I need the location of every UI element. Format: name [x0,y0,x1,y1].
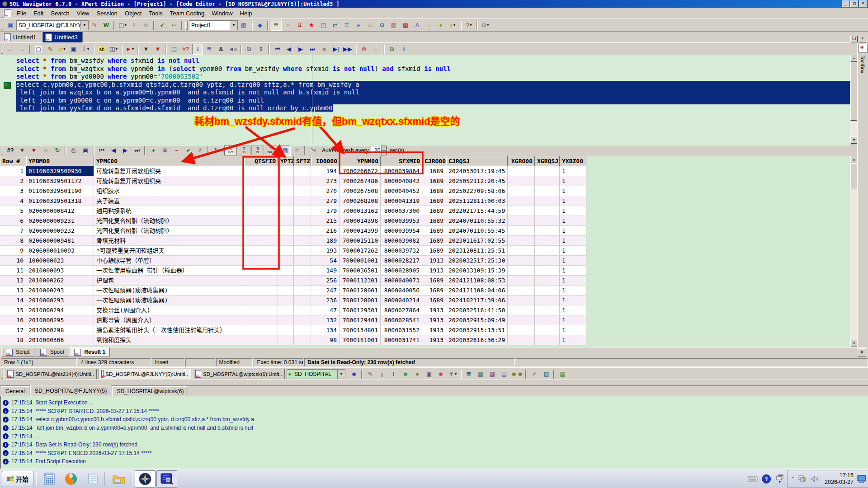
rec-last-icon[interactable]: ▶| [330,44,341,55]
cell-ypmc00[interactable]: 胰岛素注射笔用针头（一次性使用注射笔用针头） [94,325,244,335]
doc-table-icon[interactable]: ▤ [499,369,509,380]
column-header-yxbz00[interactable]: YXBZ00 [560,156,586,166]
cell-cjrqsj[interactable]: 2024070110:55:32 [446,216,508,226]
fetch-grid-icon[interactable]: ⇓ [192,44,203,55]
column-header-sftz[interactable]: SFTZ [294,156,311,166]
cell-row[interactable]: 3 [0,186,26,196]
column-header-xgro00[interactable]: XGRO00 [508,156,535,166]
sql-editor[interactable]: select * from bm_wzsfdy where sfxmid is … [0,55,850,146]
edit-doc-icon[interactable]: ✎ [45,44,56,55]
column-header-cjro00[interactable]: CJRO00 [422,156,446,166]
cell-ypbm00[interactable]: 011060329501190 [26,186,94,196]
session-window-icon[interactable]: ▣ [5,20,16,31]
cell-xgrqsj[interactable] [535,206,560,216]
session-select-arrow[interactable]: ▼ [337,370,345,379]
cell-sftz[interactable] [294,186,311,196]
column-header-sfxmid[interactable]: SFXMID [381,156,422,166]
cell-sftz[interactable] [294,335,311,345]
minimize-button[interactable]: _ [842,0,850,7]
menu-item-view[interactable]: View [73,9,93,18]
flask-icon[interactable]: Δ [412,20,423,31]
customize-icon[interactable]: ⚙▾ [480,20,491,31]
keyboard-layout-icon[interactable] [746,472,759,486]
cell-row[interactable]: 6 [0,216,26,226]
cell-qtsfid[interactable] [244,236,278,246]
next-record-icon[interactable]: ▶ [120,145,131,156]
adjust-rows-icon[interactable]: ⇳ [398,44,409,55]
editor-scrollbar[interactable]: ▲ ▼ [850,55,858,144]
cell-sftz[interactable] [294,315,311,325]
cell-qtsfid[interactable] [244,305,278,315]
cell-sfxmid[interactable]: 8000040073 [381,276,422,286]
cell-xgrqsj[interactable] [535,246,560,256]
editor-scroll-down-icon[interactable]: ▼ [850,136,858,144]
cell-id0000[interactable]: 134 [311,325,340,335]
cell-xgro00[interactable] [508,166,535,176]
cell-xgro00[interactable] [508,276,535,286]
cell-ypnm00[interactable]: 7000017262 [340,246,381,256]
cell-cjro00[interactable]: 1913 [422,256,446,266]
cell-cjro00[interactable]: 1689 [422,296,446,305]
cell-id0000[interactable]: 54 [311,256,340,266]
project-combo-arrow[interactable]: ▼ [230,21,237,30]
cell-qtsfid[interactable] [244,216,278,226]
cell-yptz[interactable] [278,216,294,226]
cell-qtsfid[interactable] [244,186,278,196]
cell-ypmc00[interactable]: 中心静脉导管（单腔） [94,256,244,266]
editor-line-4[interactable]: select c.ypbm00,c.ypmc00,b.sfxmid qtsfid… [0,81,850,89]
revoke-icon[interactable]: ☻ [435,369,446,380]
cell-ypbm00[interactable]: 0206000010093 [26,246,94,256]
cell-qtsfid[interactable] [244,226,278,236]
cell-ypnm00[interactable]: 7000267508 [340,186,381,196]
cell-xgro00[interactable] [508,296,535,305]
cell-row[interactable]: 10 [0,256,26,266]
grid-view-icon[interactable]: ▦ [280,145,291,156]
cell-cjrqsj[interactable]: 2024121108:08:53 [446,276,508,286]
cell-ypnm00[interactable]: 7000268208 [340,196,381,206]
result-close-icon[interactable]: ✕ [858,348,866,357]
cell-id0000[interactable]: 194 [311,166,340,176]
cell-yptz[interactable] [278,266,294,276]
network-warning-icon[interactable]: ! [798,474,807,483]
describe-icon[interactable]: #? [180,44,191,55]
session-button-0[interactable]: SD_HOSPITAL@his214(4):Untitl.. [5,369,97,379]
cell-id0000[interactable]: 256 [311,276,340,286]
cell-id0000[interactable]: 149 [311,266,340,276]
calculator-icon[interactable] [39,470,60,488]
cell-cjrqsj[interactable]: 2020032616:36:29 [446,335,508,345]
cell-sfxmid[interactable]: 8000028541 [381,315,422,325]
cell-sftz[interactable] [294,286,311,296]
mdi-restore-button[interactable]: ❏ [850,36,858,42]
cell-ypnm00[interactable]: 7000112301 [340,276,381,286]
cell-cjrqsj[interactable]: 2025112811:00:03 [446,196,508,206]
column-header-qtsfid[interactable]: QTSFID [244,156,278,166]
cell-sfxmid[interactable]: 8000028905 [381,266,422,276]
new-doc-icon[interactable]: ▢ [33,44,44,55]
cell-qtsfid[interactable] [244,206,278,216]
cell-yxbz00[interactable]: 1 [560,236,586,246]
cell-qtsfid[interactable] [244,176,278,186]
cell-cjro00[interactable]: 1689 [422,236,446,246]
doc-tab-untitled3[interactable]: Untitled3 [42,32,82,42]
help-tray-icon[interactable]: ? [760,472,773,486]
table-x-icon[interactable]: ▩ [400,20,411,31]
open-icon[interactable]: ▱▾ [57,44,67,55]
cell-row[interactable]: 9 [0,246,26,256]
frog-icon[interactable]: ♦ [435,20,446,31]
cell-row[interactable]: 1 [0,166,26,176]
tray-clock[interactable]: 17:15 2026-03-27 [825,472,854,486]
cell-sfxmid[interactable]: 8000039732 [381,246,422,256]
cell-yxbz00[interactable]: 1 [560,166,586,176]
code-navigator-icon[interactable]: ◆ [255,20,265,31]
more-arrows-icon[interactable]: »▾ [447,20,458,31]
import-data-icon[interactable]: ⇊ [294,20,305,31]
cell-ypmc00[interactable]: 造影导管（周围介入） [94,315,244,325]
start-button[interactable]: 开始 [2,471,33,487]
no-entry-icon[interactable]: ⊘ [359,44,369,55]
session-grip[interactable] [1,370,3,379]
cell-sfxmid[interactable]: 8000041319 [381,196,422,206]
project-combo[interactable]: Project1 ▼ [189,20,238,30]
filter-clear-icon[interactable]: ▼ [152,44,163,55]
cell-xgrqsj[interactable] [535,186,560,196]
editor-line-1[interactable]: select * from bm_wzsfdy where sfxmid is … [0,57,850,65]
